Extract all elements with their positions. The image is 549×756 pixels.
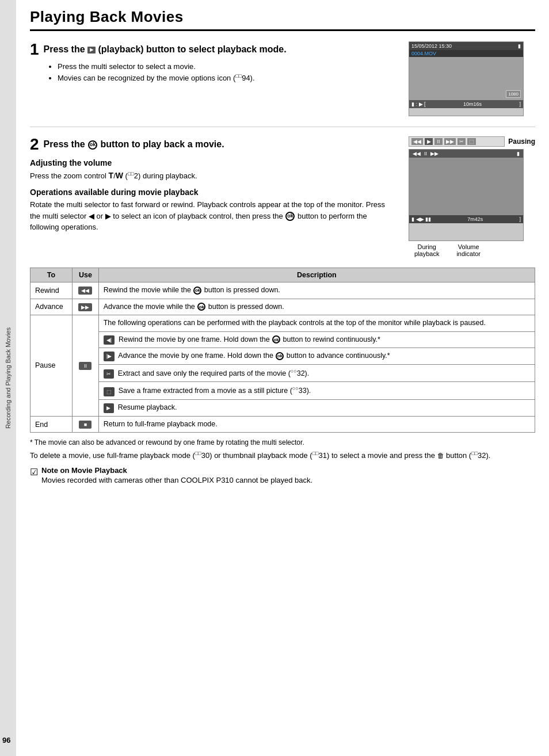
- td-pause-resume: ▶ Resume playback.: [98, 400, 535, 417]
- ctrl-frame: ⬚: [467, 138, 476, 145]
- camera-screen-2: ◀◀ II ▶▶ ▮ ▮ ◀▶ ▮▮ 7m42s ]: [409, 149, 524, 241]
- note-box: ☑ Note on Movie Playback Movies recorded…: [30, 466, 535, 486]
- ok-icon-adv: ok: [197, 303, 205, 311]
- playback-controls-bar: ◀◀ ▶ II ▶▶ ✂ ⬚: [409, 136, 505, 147]
- cam2-subcontrols: ◀◀ II ▶▶ ▮: [409, 150, 523, 158]
- trash-icon: 🗑: [437, 452, 444, 460]
- cam2-bracket: ]: [519, 216, 521, 222]
- cam1-footer: ▮ : ▶ [ 10m16s ]: [409, 100, 523, 108]
- table-row-pause-fwd1: |▶ Advance the movie by one frame. Hold …: [30, 348, 535, 365]
- note-content: Note on Movie Playback Movies recorded w…: [41, 466, 312, 486]
- pausing-label: Pausing: [508, 136, 535, 146]
- cam2-vol-icons: ▮ ◀▶ ▮▮: [411, 216, 431, 222]
- cam2-labels: Duringplayback Volumeindicator: [409, 243, 535, 257]
- step2-camera: ◀◀ ▶ II ▶▶ ✂ ⬚ Pausing ◀◀ II ▶▶ ▮: [409, 136, 535, 257]
- cam1-header: 15/05/2012 15:30 ▮: [409, 42, 523, 50]
- sidebar: Recording and Playing Back Movies: [0, 0, 16, 756]
- step2-section: 2 Press the ok button to play back a mov…: [30, 136, 535, 257]
- sub-rw: ◀◀: [413, 151, 421, 156]
- cam2-body: [409, 158, 523, 215]
- cam2-time: 7m42s: [467, 216, 483, 222]
- step1-bullet2: Movies can be recognized by the movie op…: [58, 72, 397, 84]
- table-row-pause: Pause II The following operations can be…: [30, 315, 535, 332]
- cam2-wrapper: ◀◀ ▶ II ▶▶ ✂ ⬚: [409, 136, 505, 148]
- th-use: Use: [73, 268, 99, 282]
- ok-icon-fwd1: ok: [276, 352, 284, 360]
- ctrl-cut: ✂: [458, 138, 466, 145]
- td-pause-fwd1: |▶ Advance the movie by one frame. Hold …: [98, 348, 535, 365]
- cam1-datetime: 15/05/2012 15:30: [411, 43, 452, 49]
- step1-section: 1 Press the ▶ (playback) button to selec…: [30, 41, 535, 116]
- note-heading: Note on Movie Playback: [41, 466, 312, 475]
- td-pause-to: Pause: [30, 315, 73, 417]
- td-pause-cut: ✂ Extract and save only the required par…: [98, 364, 535, 382]
- td-rewind-desc: Rewind the movie while the ok button is …: [98, 282, 535, 299]
- table-row-pause-resume: ▶ Resume playback.: [30, 400, 535, 417]
- sub-fwd: ▶▶: [430, 151, 439, 156]
- sub-pause: II: [424, 151, 427, 156]
- frame-fwd-icon: |▶: [104, 352, 115, 361]
- sidebar-label: Recording and Playing Back Movies: [5, 327, 12, 429]
- pause-icon: II: [79, 362, 92, 370]
- step1-number: 1: [30, 41, 39, 58]
- main-content: Playing Back Movies 1 Press the ▶ (playb…: [16, 0, 549, 503]
- ctrl-play: ▶: [425, 138, 433, 145]
- ok-icon-rw1: ok: [272, 335, 280, 343]
- td-advance-use: ▶▶: [73, 299, 99, 315]
- operations-table: To Use Description Rewind ◀◀ Rewind the …: [30, 268, 535, 433]
- cam1-body: 1080: [409, 57, 523, 100]
- td-advance-desc: Advance the movie while the ok button is…: [98, 299, 535, 315]
- td-pause-use: II: [73, 315, 99, 417]
- table-row-advance: Advance ▶▶ Advance the movie while the o…: [30, 299, 535, 315]
- cam1-bracket: ]: [519, 101, 521, 107]
- td-end-desc: Return to full-frame playback mode.: [98, 416, 535, 433]
- operations-heading: Operations available during movie playba…: [30, 188, 397, 197]
- footnote: * The movie can also be advanced or rewo…: [30, 437, 535, 448]
- cut-icon: ✂: [104, 369, 114, 379]
- ctrl-fwd: ▶▶: [444, 138, 456, 145]
- ok-icon-step2: ok: [88, 140, 97, 150]
- rewind-icon: ◀◀: [78, 287, 92, 295]
- table-row-pause-rw1: ◀| Rewind the movie by one frame. Hold d…: [30, 331, 535, 348]
- cam2-battery: ▮: [517, 151, 520, 156]
- step1-title: Press the ▶ (playback) button to select …: [44, 41, 287, 56]
- th-to: To: [30, 268, 73, 282]
- td-pause-rw1: ◀| Rewind the movie by one frame. Hold d…: [98, 331, 535, 348]
- advance-icon: ▶▶: [78, 303, 92, 311]
- page-number: 96: [2, 736, 10, 744]
- page-title: Playing Back Movies: [30, 8, 535, 26]
- playback-button-icon: ▶: [87, 47, 96, 54]
- td-pause-frame: ⬚ Save a frame extracted from a movie as…: [98, 382, 535, 400]
- resume-icon: ▶: [104, 403, 114, 413]
- step1-camera: 15/05/2012 15:30 ▮ 0004.MOV 1080 ▮ : ▶ […: [409, 41, 535, 116]
- camera-screen-1: 15/05/2012 15:30 ▮ 0004.MOV 1080 ▮ : ▶ […: [409, 41, 524, 116]
- step-divider-1: [30, 127, 535, 127]
- ctrl-rw2: ◀◀: [411, 138, 423, 145]
- step1-heading: 1 Press the ▶ (playback) button to selec…: [30, 41, 397, 58]
- ok-icon-ops: ok: [285, 212, 295, 221]
- during-playback-label: Duringplayback: [414, 243, 439, 257]
- th-desc: Description: [98, 268, 535, 282]
- delete-text: To delete a movie, use full-frame playba…: [30, 450, 535, 461]
- td-advance-to: Advance: [30, 299, 73, 315]
- cam1-battery-icon: ▮: [518, 43, 521, 49]
- table-header-row: To Use Description: [30, 268, 535, 282]
- td-end-to: End: [30, 416, 73, 433]
- cam2-footer: ▮ ◀▶ ▮▮ 7m42s ]: [409, 215, 523, 223]
- operations-text: Rotate the multi selector to fast forwar…: [30, 199, 397, 233]
- ctrl-pause: II: [434, 138, 443, 145]
- cam1-filename: 0004.MOV: [409, 50, 523, 57]
- step2-number: 2: [30, 136, 39, 152]
- frame-rw-icon: ◀|: [104, 335, 115, 345]
- td-pause-intro: The following operations can be performe…: [98, 315, 535, 332]
- table-row-pause-cut: ✂ Extract and save only the required par…: [30, 364, 535, 382]
- note-icon: ☑: [30, 467, 38, 478]
- ok-icon-rw: ok: [193, 287, 201, 295]
- table-row-end: End ■ Return to full-frame playback mode…: [30, 416, 535, 433]
- end-icon: ■: [79, 421, 92, 429]
- volume-heading: Adjusting the volume: [30, 158, 397, 167]
- volume-text: Press the zoom control T/W (□□2) during …: [30, 170, 397, 182]
- cam1-controls: ▮ : ▶ [: [411, 101, 426, 107]
- step2-left: 2 Press the ok button to play back a mov…: [30, 136, 397, 236]
- cam1-hd-badge: 1080: [506, 90, 521, 98]
